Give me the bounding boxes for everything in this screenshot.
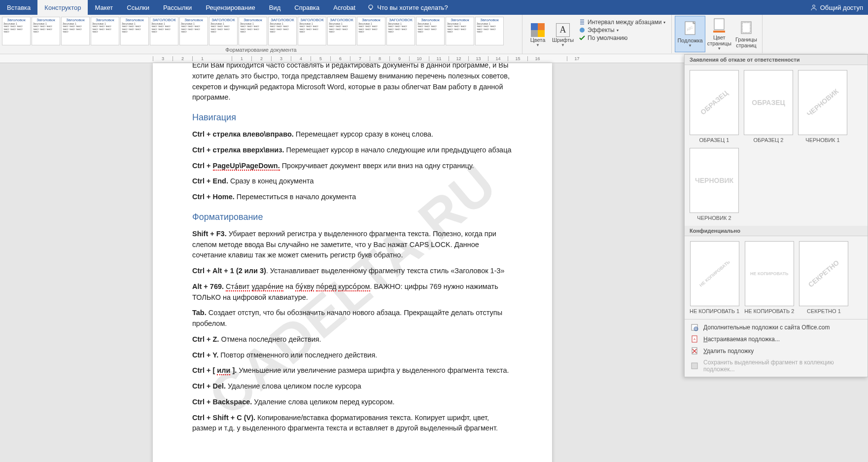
tab-4[interactable]: Рассылки: [156, 0, 199, 15]
tab-5[interactable]: Рецензирование: [199, 0, 262, 15]
format-group-label: Форматирование документа: [225, 47, 296, 53]
page-borders-button[interactable]: Границы страниц: [733, 16, 759, 52]
ribbon: ЗаголовокЗаголовок 1текст текст текст те…: [0, 15, 868, 54]
tab-0[interactable]: Вставка: [0, 0, 37, 15]
style-thumb[interactable]: ЗаголовокЗаголовок 1текст текст текст те…: [475, 17, 504, 45]
watermark-preset[interactable]: СЕКРЕТНОСЕКРЕТНО 1: [799, 241, 848, 314]
heading-navigation: Навигация: [192, 111, 513, 124]
effects-icon: [579, 27, 586, 34]
svg-point-3: [580, 28, 585, 33]
svg-rect-15: [692, 363, 697, 369]
chevron-down-icon: ▼: [536, 43, 540, 47]
watermark-preset[interactable]: ОБРАЗЕЦОБРАЗЕЦ 2: [744, 70, 793, 143]
style-thumb[interactable]: ЗАГОЛОВОКЗаголовок 1текст текст текст те…: [327, 17, 356, 45]
heading-formatting: Форматирование: [192, 211, 513, 224]
tab-6[interactable]: Вид: [262, 0, 288, 15]
style-thumb[interactable]: ЗаголовокЗаголовок 1текст текст текст те…: [120, 17, 149, 45]
svg-rect-8: [741, 22, 751, 34]
custom-watermark-icon: A: [691, 335, 698, 343]
remove-icon: [691, 347, 698, 355]
svg-point-2: [812, 5, 815, 7]
share-button[interactable]: Общий доступ: [810, 4, 863, 11]
tab-2[interactable]: Макет: [88, 0, 120, 15]
style-gallery[interactable]: ЗаголовокЗаголовок 1текст текст текст те…: [0, 15, 522, 45]
svg-point-0: [369, 5, 373, 9]
page-color-button[interactable]: Цвет страницы▼: [705, 16, 733, 52]
fonts-icon: A: [556, 23, 570, 37]
svg-rect-1: [370, 9, 372, 10]
tell-me-search[interactable]: Что вы хотите сделать?: [367, 4, 448, 11]
workspace: 3211234567891011121314151617 CADELTA.RU …: [0, 54, 868, 462]
colors-icon: [531, 23, 545, 37]
style-thumb[interactable]: ЗаголовокЗаголовок 1текст текст текст те…: [61, 17, 90, 45]
page-borders-icon: [738, 20, 754, 36]
document-content[interactable]: Если Вам приходится часто составлять и р…: [192, 63, 513, 434]
style-thumb[interactable]: ЗаголовокЗаголовок 1текст текст текст те…: [357, 17, 385, 45]
bulb-icon: [367, 4, 374, 11]
watermark-preset[interactable]: ЧЕРНОВИКЧЕРНОВИК 2: [690, 148, 739, 221]
save-to-gallery: Сохранить выделенный фрагмент в коллекци…: [685, 357, 868, 375]
style-thumb[interactable]: ЗАГОЛОВОКЗаголовок 1текст текст текст те…: [209, 17, 238, 45]
set-default-button[interactable]: По умолчанию: [579, 35, 665, 41]
svg-rect-7: [713, 31, 725, 33]
custom-watermark[interactable]: A Настраиваемая подложка...: [685, 333, 868, 345]
style-thumb[interactable]: ЗАГОЛОВОКЗаголовок 1текст текст текст те…: [386, 17, 415, 45]
style-thumb[interactable]: ЗаголовокЗаголовок 1текст текст текст те…: [239, 17, 267, 45]
colors-button[interactable]: Цвета ▼: [525, 17, 550, 53]
spacing-icon: [579, 19, 586, 26]
tab-1[interactable]: Конструктор: [37, 0, 88, 15]
watermark-icon: ABC: [682, 21, 698, 36]
paragraph-spacing-button[interactable]: Интервал между абзацами▾: [579, 19, 665, 26]
style-thumb[interactable]: ЗАГОЛОВОКЗаголовок 1текст текст текст те…: [268, 17, 297, 45]
tab-7[interactable]: Справка: [287, 0, 326, 15]
chevron-down-icon: ▼: [561, 43, 565, 47]
chevron-down-icon: ▼: [688, 43, 692, 48]
style-thumb[interactable]: ЗаголовокЗаголовок 1текст текст текст те…: [32, 17, 60, 45]
person-icon: [810, 4, 817, 11]
watermark-preset[interactable]: НЕ КОПИРОВАТЬНЕ КОПИРОВАТЬ 2: [744, 241, 794, 314]
globe-icon: [691, 323, 698, 331]
watermark-preset[interactable]: ЧЕРНОВИКЧЕРНОВИК 1: [798, 70, 847, 143]
more-watermarks-office[interactable]: Дополнительные подложки с сайта Office.c…: [685, 321, 868, 333]
check-icon: [579, 35, 586, 41]
save-icon: [691, 362, 698, 370]
panel-section-confidential: Конфиденциально: [685, 226, 868, 236]
fonts-button[interactable]: A Шрифты ▼: [550, 17, 576, 53]
style-thumb[interactable]: ЗаголовокЗаголовок 1текст текст текст те…: [179, 17, 208, 45]
style-thumb[interactable]: ЗАГОЛОВОКЗаголовок 1текст текст текст те…: [298, 17, 326, 45]
style-thumb[interactable]: ЗаголовокЗаголовок 1текст текст текст те…: [2, 17, 31, 45]
ribbon-tabs: ВставкаКонструкторМакетСсылкиРассылкиРец…: [0, 0, 868, 15]
style-thumb[interactable]: ЗаголовокЗаголовок 1текст текст текст те…: [446, 17, 474, 45]
watermark-button[interactable]: ABC Подложка ▼: [675, 16, 705, 52]
style-thumb[interactable]: ЗаголовокЗаголовок 1текст текст текст те…: [416, 17, 445, 45]
tab-3[interactable]: Ссылки: [120, 0, 156, 15]
page-color-icon: [711, 18, 727, 34]
chevron-down-icon: ▼: [717, 46, 721, 51]
tab-8[interactable]: Acrobat: [326, 0, 362, 15]
watermark-preset[interactable]: ОБРАЗЕЦОБРАЗЕЦ 1: [690, 70, 739, 143]
style-thumb[interactable]: ЗаголовокЗаголовок 1текст текст текст те…: [91, 17, 119, 45]
watermark-preset[interactable]: НЕ КОПИРОВАТЬНЕ КОПИРОВАТЬ 1: [690, 241, 739, 314]
style-thumb[interactable]: ЗАГОЛОВОКЗаголовок 1текст текст текст те…: [150, 17, 178, 45]
remove-watermark[interactable]: Удалить подложку: [685, 345, 868, 357]
effects-button[interactable]: Эффекты▾: [579, 27, 665, 34]
panel-section-disclaimer: Заявления об отказе от ответственности: [685, 55, 868, 65]
watermark-dropdown-panel: Заявления об отказе от ответственности О…: [684, 54, 868, 377]
svg-text:A: A: [694, 338, 695, 341]
svg-rect-6: [714, 19, 724, 30]
document-page[interactable]: CADELTA.RU Если Вам приходится часто сос…: [153, 63, 552, 462]
